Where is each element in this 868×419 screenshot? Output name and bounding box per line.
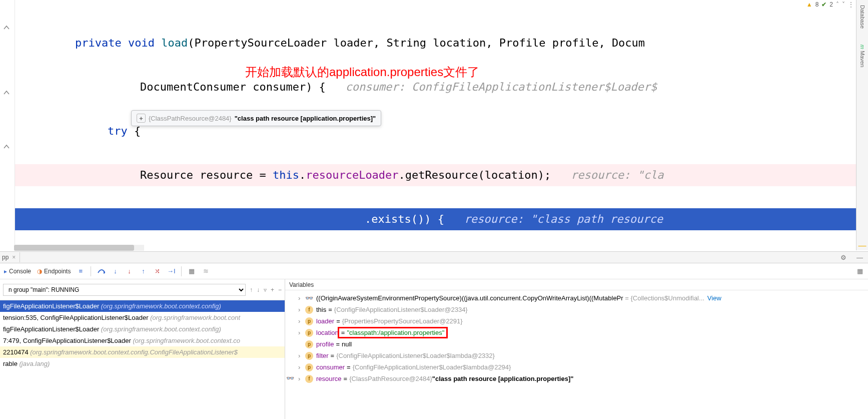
code-editor[interactable]: private void load(PropertySourceLoader l… [15, 10, 856, 250]
tab-endpoints[interactable]: ◑Endpoints [37, 268, 71, 275]
field-badge-icon: f [305, 306, 313, 314]
next-frame-icon[interactable]: ↓ [257, 286, 260, 293]
variable-row[interactable]: › p consumer={ConfigFileApplicationListe… [295, 361, 868, 373]
force-step-into-icon[interactable]: ↓ [125, 267, 133, 275]
override-marker-icon[interactable] [3, 25, 10, 30]
param-badge-icon: p [305, 363, 313, 371]
expand-icon[interactable]: › [298, 329, 305, 336]
variable-row[interactable]: › f this={ConfigFileApplicationListener$… [295, 304, 868, 315]
override-marker-icon[interactable] [3, 90, 10, 95]
stack-frame[interactable]: 2210474 (org.springframework.boot.contex… [0, 346, 285, 358]
watch-glasses-icon[interactable]: 👓 [286, 374, 294, 382]
tooltip-value: "class path resource [application.proper… [235, 115, 376, 122]
maven-marker: — [858, 241, 866, 250]
stack-frame[interactable]: tension:535, ConfigFileApplicationListen… [0, 312, 285, 323]
view-link[interactable]: View [707, 294, 721, 302]
expand-icon[interactable]: › [298, 363, 305, 371]
tool-window-maven[interactable]: m Maven [858, 42, 866, 70]
field-badge-icon: f [305, 375, 313, 383]
drop-frame-icon[interactable]: ⤭ [153, 267, 161, 275]
variable-row[interactable]: › p location="classpath:/application.pro… [295, 327, 868, 338]
check-icon: ✔ [821, 1, 826, 8]
panel-hide-icon[interactable]: — [851, 254, 868, 261]
stack-frame[interactable]: figFileApplicationListener$Loader (org.s… [0, 323, 285, 335]
param-badge-icon: p [305, 340, 313, 348]
expand-icon[interactable]: › [298, 317, 305, 325]
check-count: 2 [829, 1, 833, 8]
variables-panel-title: Variables [285, 279, 868, 290]
next-highlight[interactable]: ˅ [842, 1, 845, 8]
stack-frame[interactable]: figFileApplicationListener$Loader (org.s… [0, 300, 285, 312]
run-to-cursor-icon[interactable]: →I [167, 267, 175, 275]
show-execution-point-icon[interactable]: ≡ [77, 267, 85, 275]
stack-frame[interactable]: 7:479, ConfigFileApplicationListener$Loa… [0, 335, 285, 346]
tooltip-type: {ClassPathResource@2484} [149, 115, 232, 122]
expand-tooltip-button[interactable]: + [137, 114, 146, 123]
variable-row[interactable]: › p loader={PropertiesPropertySourceLoad… [295, 315, 868, 327]
inspections-menu[interactable]: ⋮ [848, 1, 854, 8]
param-badge-icon: p [305, 317, 313, 325]
close-tab-icon[interactable]: × [12, 254, 16, 261]
remove-frame-icon[interactable]: − [278, 286, 282, 293]
param-badge-icon: p [305, 329, 313, 337]
warning-count: 8 [815, 1, 819, 8]
step-into-icon[interactable]: ↓ [111, 267, 119, 275]
filter-frames-icon[interactable]: ▿ [264, 286, 267, 293]
watch-icon: 👓 [305, 294, 313, 302]
expand-icon[interactable]: › [298, 294, 305, 302]
watch-expression-row[interactable]: › 👓 ((OriginAwareSystemEnvironmentProper… [295, 292, 868, 304]
stack-frame[interactable]: rable (java.lang) [0, 358, 285, 369]
tool-window-database[interactable]: Database [858, 2, 866, 32]
editor-h-scrollbar[interactable] [14, 245, 144, 251]
prev-highlight[interactable]: ˄ [836, 1, 839, 8]
debug-value-tooltip: + {ClassPathResource@2484} "class path r… [131, 110, 381, 126]
variable-row[interactable]: › p filter={ConfigFileApplicationListene… [295, 350, 868, 361]
layout-settings-icon[interactable]: ▦ [856, 267, 864, 275]
variable-row[interactable]: › f resource={ClassPathResource@2484} "c… [295, 373, 868, 384]
editor-gutter[interactable] [0, 0, 15, 250]
thread-selector[interactable]: n group "main": RUNNING [3, 284, 246, 296]
add-frame-icon[interactable]: + [271, 286, 274, 293]
step-out-icon[interactable]: ↑ [139, 267, 147, 275]
debug-session-tab[interactable]: pp× [0, 252, 20, 262]
warning-icon: ▲ [806, 1, 812, 8]
expand-icon[interactable]: › [298, 375, 305, 382]
step-over-icon[interactable] [97, 267, 105, 275]
prev-frame-icon[interactable]: ↑ [250, 286, 253, 293]
param-badge-icon: p [305, 352, 313, 360]
variable-row[interactable]: › p profile=null [295, 338, 868, 350]
panel-settings-icon[interactable]: ⚙ [835, 254, 851, 261]
tab-console[interactable]: ▸Console [4, 268, 31, 275]
expand-icon[interactable]: › [298, 352, 305, 359]
highlighted-value: ="classpath:/application.properties" [338, 327, 448, 338]
override-marker-icon[interactable] [3, 144, 10, 149]
expand-icon[interactable]: › [298, 306, 305, 313]
trace-current-stream-chain-icon[interactable]: ≋ [202, 267, 210, 275]
user-annotation: 开始加载默认的application.properties文件了 [245, 64, 479, 80]
evaluate-expression-icon[interactable]: ▦ [188, 267, 196, 275]
